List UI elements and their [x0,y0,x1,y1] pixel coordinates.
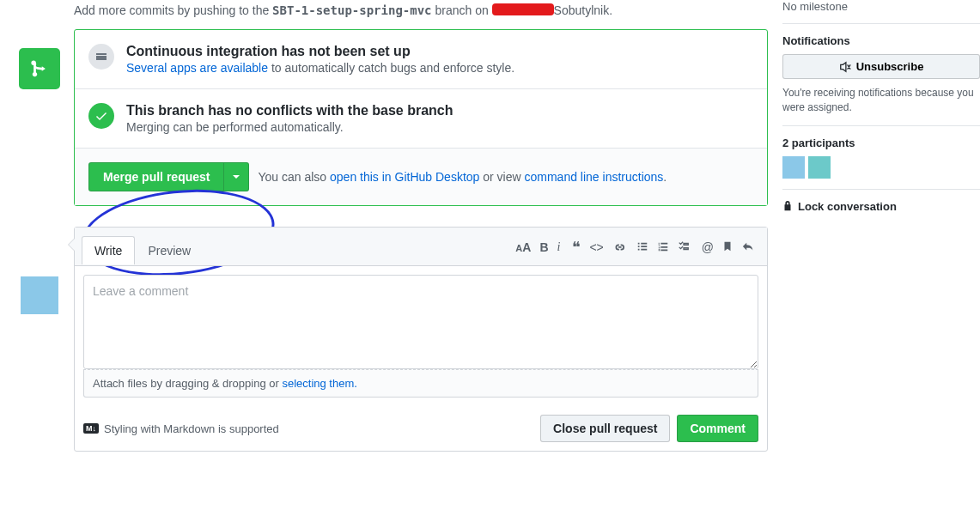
notif-reason: You're receiving notifications because y… [782,86,980,115]
conflicts-title: This branch has no conflicts with the ba… [126,103,453,118]
redacted-owner [492,3,554,15]
link-icon[interactable] [612,240,624,255]
unsubscribe-button[interactable]: Unsubscribe [782,54,980,79]
ul-icon[interactable] [636,240,648,255]
cli-instructions-link[interactable]: command line instructions [524,170,663,184]
merge-status-box: Continuous integration has not been set … [74,29,768,206]
participants-count: 2 participants [782,137,980,149]
lock-conversation-button[interactable]: Lock conversation [782,200,980,213]
text-size-icon[interactable]: AA [515,240,531,254]
tab-write[interactable]: Write [82,236,135,264]
open-desktop-link[interactable]: open this in GitHub Desktop [330,170,479,184]
merge-pull-request-button[interactable]: Merge pull request [88,162,223,191]
markdown-toolbar: AA B i ❝ <> @ [515,234,760,265]
push-hint: Add more commits by pushing to the SBT-1… [74,3,768,17]
reply-icon[interactable] [741,240,755,255]
comment-button[interactable]: Comment [677,415,758,442]
comment-textarea[interactable] [83,275,758,369]
ci-icon [88,44,114,70]
conflicts-sub: Merging can be performed automatically. [126,120,453,134]
merge-button-group: Merge pull request [88,162,249,191]
mention-icon[interactable]: @ [702,240,714,254]
markdown-hint[interactable]: M↓Styling with Markdown is supported [83,422,279,435]
milestone-value: No milestone [782,0,848,13]
branch-name: SBT-1-setup-spring-mvc [272,3,431,17]
italic-icon[interactable]: i [557,240,561,254]
mute-icon [839,61,851,73]
participant-avatar[interactable] [808,156,831,179]
attach-hint: Attach files by dragging & dropping or s… [83,369,758,398]
quote-icon[interactable]: ❝ [572,238,581,257]
tab-preview[interactable]: Preview [135,236,204,264]
bookmark-icon[interactable] [722,240,733,255]
check-icon [88,103,114,129]
comment-composer: Write Preview AA B i ❝ <> [74,227,768,452]
lock-icon [782,200,793,212]
merge-timeline-icon [19,48,60,89]
bold-icon[interactable]: B [539,240,548,254]
close-pr-button[interactable]: Close pull request [540,415,670,442]
ci-apps-link[interactable]: Several apps are available [126,61,268,75]
participant-avatar[interactable] [782,156,805,179]
merge-dropdown-button[interactable] [223,162,249,191]
notifications-title: Notifications [782,34,980,47]
participants-avatars [782,156,980,179]
task-list-icon[interactable] [678,240,690,255]
ol-icon[interactable] [657,240,669,255]
current-user-avatar [21,276,58,314]
ci-title: Continuous integration has not been set … [126,44,514,59]
select-files-link[interactable]: selecting them. [282,377,356,390]
code-icon[interactable]: <> [589,240,603,254]
